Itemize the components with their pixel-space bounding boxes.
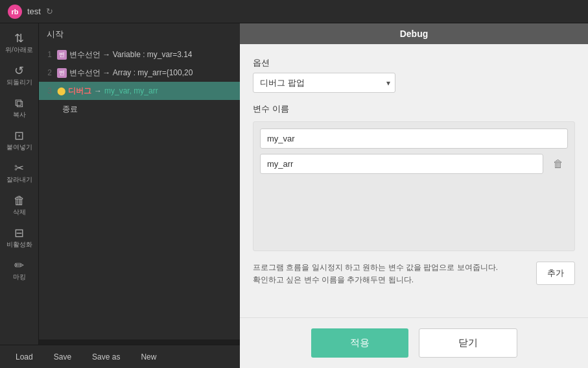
left-inner: ⇅ 위/아래로 ↺ 되돌리기 ⧉ 복사 ⊡ 붙여넣기 ✂ 잘라내기: [0, 23, 240, 345]
save-as-button[interactable]: Save as: [82, 350, 130, 364]
editor-line-3[interactable]: 3 ⬤ 디버그 → my_var, my_arr: [39, 82, 240, 100]
repeat-icon: ↺: [14, 65, 24, 77]
delete-var-2-button[interactable]: 🗑: [548, 154, 568, 174]
load-button[interactable]: Load: [5, 350, 43, 364]
var-input-2[interactable]: [260, 154, 543, 174]
add-variable-button[interactable]: 추가: [536, 262, 575, 285]
line-content-1: 변 변수선언 → Variable : my_var=3.14: [57, 49, 193, 60]
description-line2: 확인하고 싶은 변수 이름을 추가해두면 됩니다.: [253, 275, 414, 284]
option-group: 옵션 디버그 팝업 ▾: [253, 57, 575, 93]
editor-header: 시작: [39, 23, 240, 45]
description-line1: 프로그램 흐름을 일시정지 하고 원하는 변수 값을 팝업으로 보여줍니다.: [253, 263, 498, 272]
main-content: ⇅ 위/아래로 ↺ 되돌리기 ⧉ 복사 ⊡ 붙여넣기 ✂ 잘라내기: [0, 23, 588, 368]
debug-label: 디버그: [68, 86, 91, 97]
sidebar-label-deactivate: 비활성화: [6, 240, 32, 249]
description-text: 프로그램 흐름을 일시정지 하고 원하는 변수 값을 팝업으로 보여줍니다. 확…: [253, 262, 498, 286]
description-area: 프로그램 흐름을 일시정지 하고 원하는 변수 값을 팝업으로 보여줍니다. 확…: [253, 262, 575, 286]
sidebar-label-delete: 삭제: [13, 208, 26, 217]
option-label: 옵션: [253, 57, 575, 69]
line-number-2: 2: [41, 68, 57, 77]
var-icon-2: 변: [57, 68, 67, 78]
save-button[interactable]: Save: [43, 350, 82, 364]
var-section-label: 변수 이름: [253, 103, 575, 115]
deactivate-icon: ⊟: [14, 227, 24, 239]
app-title: test: [27, 6, 41, 16]
debug-arrow: →: [94, 86, 102, 95]
cut-icon: ✂: [14, 162, 24, 174]
debug-body: 옵션 디버그 팝업 ▾ 변수 이름 🗑: [240, 44, 588, 317]
sidebar-item-delete[interactable]: 🗑 삭제: [3, 191, 36, 221]
var-section: 변수 이름 🗑: [253, 103, 575, 251]
debug-title: Debug: [240, 23, 588, 44]
end-line: 종료: [39, 100, 240, 118]
sidebar-label-up-down: 위/아래로: [5, 45, 33, 55]
editor-area: 시작 1 변 변수선언 → Variable : my_var=3.14 2 변: [39, 23, 240, 345]
debug-footer: 적용 닫기: [240, 317, 588, 368]
debug-dialog: Debug 옵션 디버그 팝업 ▾ 변수 이름: [240, 23, 588, 368]
sidebar-label-cut: 잘라내기: [6, 175, 32, 184]
sidebar-item-deactivate[interactable]: ⊟ 비활성화: [3, 223, 36, 253]
editor-lines: 1 변 변수선언 → Variable : my_var=3.14 2 변 변수…: [39, 45, 240, 339]
refresh-icon[interactable]: ↻: [46, 6, 53, 16]
option-select[interactable]: 디버그 팝업: [253, 73, 395, 93]
mark-icon: ✏: [14, 260, 24, 271]
new-button[interactable]: New: [130, 350, 167, 364]
var-input-row-1: [260, 129, 568, 149]
apply-button[interactable]: 적용: [311, 328, 408, 358]
delete-icon: 🗑: [14, 195, 25, 206]
top-bar: rb test ↻: [0, 0, 588, 23]
line-text-2: 변수선언 → Array : my_arr={100,20: [69, 67, 193, 79]
editor-line-2[interactable]: 2 변 변수선언 → Array : my_arr={100,20: [39, 64, 240, 82]
line-content-2: 변 변수선언 → Array : my_arr={100,20: [57, 67, 193, 79]
logo: rb: [8, 5, 22, 19]
select-wrapper: 디버그 팝업 ▾: [253, 73, 395, 93]
left-panel: ⇅ 위/아래로 ↺ 되돌리기 ⧉ 복사 ⊡ 붙여넣기 ✂ 잘라내기: [0, 23, 240, 368]
up-down-icon: ⇅: [14, 32, 24, 44]
copy-icon: ⧉: [15, 97, 23, 109]
sidebar-label-repeat: 되돌리기: [6, 78, 32, 87]
line-text-1: 변수선언 → Variable : my_var=3.14: [69, 49, 193, 60]
sidebar-item-up-down[interactable]: ⇅ 위/아래로: [3, 29, 36, 58]
sidebar-item-repeat[interactable]: ↺ 되돌리기: [3, 61, 36, 91]
var-inputs-area: 🗑: [253, 121, 575, 251]
bottom-toolbar: Load Save Save as New: [0, 345, 240, 368]
var-input-row-2: 🗑: [260, 154, 568, 174]
sidebar-item-cut[interactable]: ✂ 잘라내기: [3, 158, 36, 188]
debug-vars: my_var, my_arr: [104, 86, 158, 95]
line-number-1: 1: [41, 50, 57, 59]
sidebar-item-mark[interactable]: ✏ 마킹: [3, 256, 36, 286]
end-text: 종료: [62, 104, 78, 115]
editor-line-1[interactable]: 1 변 변수선언 → Variable : my_var=3.14: [39, 45, 240, 64]
close-button[interactable]: 닫기: [419, 328, 517, 358]
scrollbar[interactable]: [39, 339, 240, 345]
line-number-3: 3: [41, 86, 57, 95]
var-icon-1: 변: [57, 50, 67, 60]
sidebar-label-mark: 마킹: [13, 273, 26, 282]
var-input-1[interactable]: [260, 129, 568, 149]
sidebar-item-copy[interactable]: ⧉ 복사: [3, 93, 36, 123]
debug-dot-icon: ⬤: [57, 86, 65, 95]
sidebar-label-paste: 붙여넣기: [6, 143, 32, 152]
sidebar-label-copy: 복사: [13, 110, 26, 119]
line-content-3: ⬤ 디버그 → my_var, my_arr: [57, 86, 158, 97]
sidebar-item-paste[interactable]: ⊡ 붙여넣기: [3, 126, 36, 156]
sidebar: ⇅ 위/아래로 ↺ 되돌리기 ⧉ 복사 ⊡ 붙여넣기 ✂ 잘라내기: [0, 23, 39, 345]
paste-icon: ⊡: [14, 130, 24, 141]
